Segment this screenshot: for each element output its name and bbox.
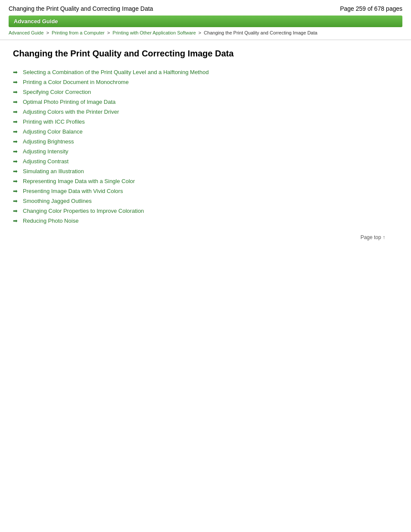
- link-printing-icc-profiles[interactable]: Printing with ICC Profiles: [23, 118, 85, 125]
- list-item: ➡ Adjusting Color Balance: [13, 128, 402, 135]
- link-adjusting-color-balance[interactable]: Adjusting Color Balance: [23, 128, 83, 135]
- arrow-icon: ➡: [13, 109, 21, 115]
- breadcrumb-separator-1: >: [46, 30, 50, 35]
- arrow-icon: ➡: [13, 158, 21, 165]
- list-item: ➡ Adjusting Brightness: [13, 138, 402, 145]
- link-printing-monochrome[interactable]: Printing a Color Document in Monochrome: [23, 79, 129, 85]
- link-presenting-vivid-colors[interactable]: Presenting Image Data with Vivid Colors: [23, 188, 123, 194]
- page-main-title: Changing the Print Quality and Correctin…: [13, 49, 402, 60]
- arrow-icon: ➡: [13, 89, 21, 95]
- arrow-icon: ➡: [13, 208, 21, 214]
- page-number: Page 259 of 678 pages: [340, 5, 402, 12]
- list-item: ➡ Simulating an Illustration: [13, 168, 402, 174]
- link-optimal-photo-printing[interactable]: Optimal Photo Printing of Image Data: [23, 99, 115, 105]
- link-adjusting-brightness[interactable]: Adjusting Brightness: [23, 138, 74, 145]
- arrow-icon: ➡: [13, 218, 21, 224]
- list-item: ➡ Adjusting Intensity: [13, 148, 402, 155]
- link-changing-color-properties[interactable]: Changing Color Properties to Improve Col…: [23, 208, 144, 214]
- arrow-icon: ➡: [13, 178, 21, 184]
- breadcrumb-item-current: Changing the Print Quality and Correctin…: [204, 30, 318, 35]
- link-simulating-illustration[interactable]: Simulating an Illustration: [23, 168, 84, 174]
- breadcrumb-item-printing-computer[interactable]: Printing from a Computer: [52, 30, 105, 35]
- main-content: Changing the Print Quality and Correctin…: [0, 40, 411, 249]
- page-top-link[interactable]: Page top ↑: [361, 234, 385, 240]
- breadcrumb-separator-3: >: [199, 30, 202, 35]
- link-adjusting-colors-driver[interactable]: Adjusting Colors with the Printer Driver: [23, 109, 119, 115]
- arrow-icon: ➡: [13, 168, 21, 174]
- topic-link-list: ➡ Selecting a Combination of the Print Q…: [13, 69, 402, 224]
- list-item: ➡ Specifying Color Correction: [13, 89, 402, 95]
- link-specifying-color-correction[interactable]: Specifying Color Correction: [23, 89, 91, 95]
- advanced-guide-label: Advanced Guide: [14, 18, 58, 25]
- list-item: ➡ Adjusting Contrast: [13, 158, 402, 165]
- list-item: ➡ Smoothing Jagged Outlines: [13, 198, 402, 204]
- list-item: ➡ Representing Image Data with a Single …: [13, 178, 402, 184]
- link-smoothing-jagged-outlines[interactable]: Smoothing Jagged Outlines: [23, 198, 92, 204]
- list-item: ➡ Printing with ICC Profiles: [13, 118, 402, 125]
- arrow-icon: ➡: [13, 198, 21, 204]
- list-item: ➡ Selecting a Combination of the Print Q…: [13, 69, 402, 75]
- breadcrumb-separator-2: >: [107, 30, 111, 35]
- page-header-title: Changing the Print Quality and Correctin…: [9, 5, 153, 12]
- breadcrumb-item-advanced-guide[interactable]: Advanced Guide: [9, 30, 44, 35]
- link-adjusting-contrast[interactable]: Adjusting Contrast: [23, 158, 68, 165]
- link-representing-single-color[interactable]: Representing Image Data with a Single Co…: [23, 178, 135, 184]
- list-item: ➡ Reducing Photo Noise: [13, 218, 402, 224]
- arrow-icon: ➡: [13, 99, 21, 105]
- arrow-icon: ➡: [13, 69, 21, 75]
- breadcrumb-item-other-app[interactable]: Printing with Other Application Software: [112, 30, 196, 35]
- arrow-icon: ➡: [13, 138, 21, 145]
- arrow-icon: ➡: [13, 79, 21, 85]
- link-selecting-combination[interactable]: Selecting a Combination of the Print Qua…: [23, 69, 209, 75]
- advanced-guide-banner: Advanced Guide: [9, 16, 402, 27]
- page-top-section: Page top ↑: [13, 234, 402, 240]
- list-item: ➡ Printing a Color Document in Monochrom…: [13, 79, 402, 85]
- arrow-icon: ➡: [13, 118, 21, 125]
- list-item: ➡ Presenting Image Data with Vivid Color…: [13, 188, 402, 194]
- link-adjusting-intensity[interactable]: Adjusting Intensity: [23, 148, 68, 155]
- list-item: ➡ Adjusting Colors with the Printer Driv…: [13, 109, 402, 115]
- arrow-icon: ➡: [13, 188, 21, 194]
- arrow-icon: ➡: [13, 148, 21, 155]
- link-reducing-photo-noise[interactable]: Reducing Photo Noise: [23, 218, 78, 224]
- arrow-icon: ➡: [13, 128, 21, 135]
- page-header: Changing the Print Quality and Correctin…: [0, 0, 411, 16]
- list-item: ➡ Changing Color Properties to Improve C…: [13, 208, 402, 214]
- list-item: ➡ Optimal Photo Printing of Image Data: [13, 99, 402, 105]
- breadcrumb: Advanced Guide > Printing from a Compute…: [0, 27, 411, 40]
